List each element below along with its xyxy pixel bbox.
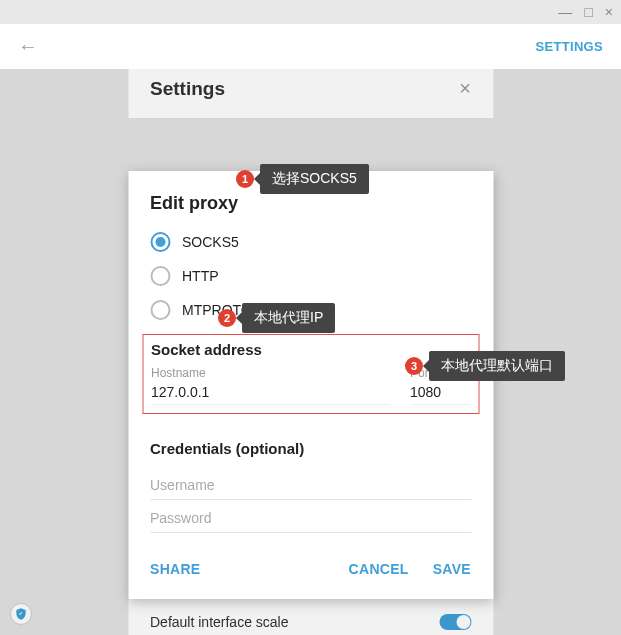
annotation-badge-1: 1 <box>236 170 254 188</box>
hostname-input[interactable]: 127.0.0.1 <box>151 380 390 405</box>
backdrop: Settings × Default interface scale Edit … <box>0 69 621 635</box>
settings-link[interactable]: SETTINGS <box>536 39 603 54</box>
dialog-title: Edit proxy <box>150 193 471 214</box>
radio-http-label: HTTP <box>182 268 219 284</box>
share-button[interactable]: SHARE <box>150 561 201 577</box>
annotation-3: 3 本地代理默认端口 <box>405 351 565 381</box>
annotation-tooltip-2: 本地代理IP <box>242 303 335 333</box>
save-button[interactable]: SAVE <box>433 561 471 577</box>
minimize-button[interactable]: — <box>556 4 574 20</box>
maximize-button[interactable]: □ <box>582 4 594 20</box>
annotation-tooltip-3: 本地代理默认端口 <box>429 351 565 381</box>
annotation-2: 2 本地代理IP <box>218 303 335 333</box>
back-arrow-icon[interactable]: ← <box>18 35 38 58</box>
close-window-button[interactable]: × <box>603 4 615 20</box>
password-input[interactable]: Password <box>150 500 471 533</box>
radio-socks5-label: SOCKS5 <box>182 234 239 250</box>
annotation-1: 1 选择SOCKS5 <box>236 164 369 194</box>
window-controls: — □ × <box>556 4 615 20</box>
username-input[interactable]: Username <box>150 467 471 500</box>
hostname-label: Hostname <box>151 366 206 380</box>
hostname-field: Hostname 127.0.0.1 <box>151 360 390 405</box>
annotation-badge-3: 3 <box>405 357 423 375</box>
titlebar: — □ × <box>0 0 621 24</box>
annotation-tooltip-1: 选择SOCKS5 <box>260 164 369 194</box>
credentials-title: Credentials (optional) <box>150 440 471 457</box>
port-input[interactable]: 1080 <box>410 380 470 405</box>
edit-proxy-dialog: Edit proxy SOCKS5 HTTP MTPROTO Socket ad… <box>128 171 493 599</box>
dialog-buttons: SHARE CANCEL SAVE <box>150 561 471 577</box>
radio-socks5[interactable] <box>150 232 170 252</box>
annotation-badge-2: 2 <box>218 309 236 327</box>
radio-http[interactable] <box>150 266 170 286</box>
cancel-button[interactable]: CANCEL <box>349 561 409 577</box>
radio-mtproto[interactable] <box>150 300 170 320</box>
